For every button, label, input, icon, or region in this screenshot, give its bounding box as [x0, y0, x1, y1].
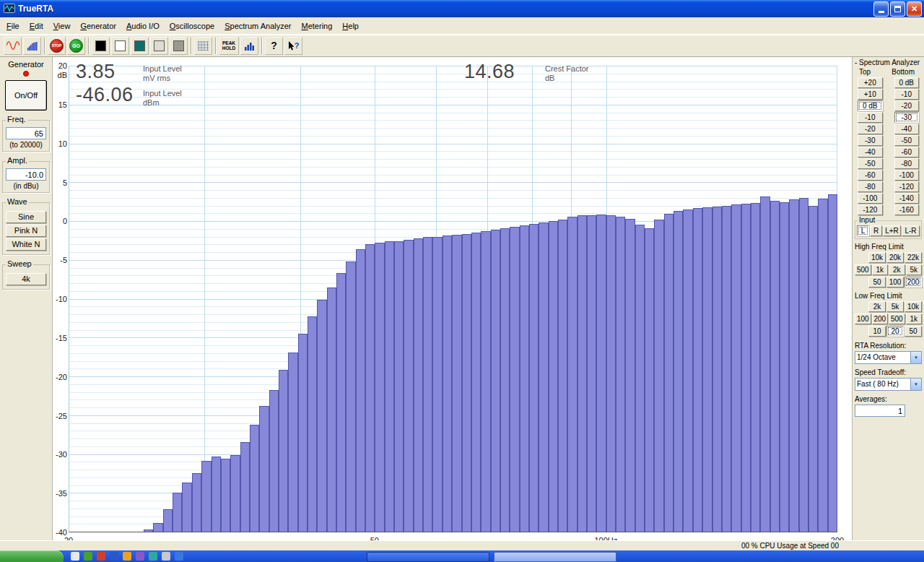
taskbar-window-button[interactable] — [367, 552, 489, 562]
menu-item-audio-i-o[interactable]: Audio I/O — [121, 20, 165, 33]
lfl-button-500[interactable]: 500 — [889, 314, 905, 324]
hfl-button-200[interactable]: 200 — [905, 277, 922, 288]
db-bottom-button--20[interactable]: -20 — [894, 100, 920, 111]
hfl-button-10k[interactable]: 10k — [868, 252, 886, 263]
db-bottom-button--140[interactable]: -140 — [894, 193, 920, 204]
grid-toggle-button[interactable] — [194, 37, 212, 55]
hfl-button-22k[interactable]: 22k — [905, 252, 922, 263]
lfl-button-10k[interactable]: 10k — [905, 301, 922, 312]
db-top-button--120[interactable]: -120 — [858, 204, 883, 215]
hfl-button-2k[interactable]: 2k — [889, 264, 905, 275]
input-channel-button-l+r[interactable]: L+R — [883, 225, 901, 236]
help-button[interactable]: ? — [265, 37, 283, 55]
db-bottom-button--160[interactable]: -160 — [894, 204, 920, 215]
quick-launch-icon[interactable] — [97, 552, 105, 561]
db-top-button--60[interactable]: -60 — [858, 170, 883, 181]
input-channel-button-l[interactable]: L — [857, 225, 869, 236]
bg-color-lightgray-button[interactable] — [150, 37, 168, 55]
menu-item-edit[interactable]: Edit — [25, 20, 48, 33]
menu-item-generator[interactable]: Generator — [75, 20, 121, 33]
quick-launch-icon[interactable] — [175, 552, 183, 561]
generator-on-off-button[interactable]: On/Off — [5, 80, 47, 111]
db-bottom-button--100[interactable]: -100 — [894, 170, 920, 181]
menu-item-metering[interactable]: Metering — [297, 20, 338, 33]
db-bottom-button--60[interactable]: -60 — [894, 147, 920, 157]
chevron-down-icon[interactable]: ▼ — [910, 352, 921, 363]
chevron-down-icon[interactable]: ▼ — [910, 379, 921, 390]
context-help-button[interactable]: ? — [284, 37, 302, 55]
db-bottom-button-0-db[interactable]: 0 dB — [894, 77, 920, 88]
bar-display-button[interactable] — [240, 37, 258, 55]
quick-launch-icon[interactable] — [110, 552, 118, 561]
db-top-button--10[interactable]: -10 — [858, 112, 883, 123]
bg-color-teal-button[interactable] — [131, 37, 149, 55]
stop-button[interactable]: STOP — [48, 37, 66, 55]
db-top-button--40[interactable]: -40 — [858, 147, 883, 157]
menu-item-view[interactable]: View — [48, 20, 76, 33]
wave-button-white-n[interactable]: White N — [6, 238, 46, 251]
db-top-button--100[interactable]: -100 — [858, 193, 883, 204]
db-bottom-button--10[interactable]: -10 — [894, 89, 920, 100]
lfl-button-2k[interactable]: 2k — [868, 301, 886, 312]
start-button[interactable] — [0, 550, 64, 562]
spectrum-analyzer-button[interactable] — [23, 37, 41, 55]
sine-generator-button[interactable] — [4, 37, 22, 55]
lfl-button-10[interactable]: 10 — [868, 326, 886, 337]
menu-item-file[interactable]: File — [1, 20, 25, 33]
sweep-button-4k[interactable]: 4k — [6, 273, 46, 285]
bg-color-gray-button[interactable] — [170, 37, 188, 55]
hfl-button-50[interactable]: 50 — [868, 277, 886, 288]
readout-unit-line: dB — [545, 74, 589, 83]
input-channel-button-r[interactable]: R — [870, 225, 882, 236]
hfl-button-500[interactable]: 500 — [855, 264, 871, 275]
db-bottom-button--50[interactable]: -50 — [894, 135, 920, 146]
db-top-button--20[interactable]: -20 — [858, 124, 883, 134]
db-top-button-+10[interactable]: +10 — [858, 89, 883, 100]
bg-color-white-button[interactable] — [111, 37, 129, 55]
menu-item-help[interactable]: Help — [337, 20, 364, 33]
lfl-button-20[interactable]: 20 — [886, 326, 904, 337]
taskbar-window-button-active[interactable] — [494, 552, 616, 562]
hfl-button-20k[interactable]: 20k — [886, 252, 904, 263]
bg-color-black-button[interactable] — [92, 37, 110, 55]
wave-button-sine[interactable]: Sine — [6, 211, 46, 223]
quick-launch-icon[interactable] — [162, 552, 170, 561]
db-top-button-0-db[interactable]: 0 dB — [858, 100, 883, 111]
lfl-button-200[interactable]: 200 — [872, 314, 889, 324]
lfl-button-5k[interactable]: 5k — [886, 301, 904, 312]
quick-launch-icon[interactable] — [136, 552, 144, 561]
freq-input[interactable] — [6, 127, 46, 139]
quick-launch-icon[interactable] — [123, 552, 131, 561]
lfl-button-1k[interactable]: 1k — [906, 314, 923, 324]
hfl-button-1k[interactable]: 1k — [872, 264, 889, 275]
input-channel-button-l-r[interactable]: L-R — [902, 225, 920, 236]
menu-item-oscilloscope[interactable]: Oscilloscope — [165, 20, 219, 33]
db-bottom-button--120[interactable]: -120 — [894, 181, 920, 192]
maximize-button[interactable] — [890, 1, 905, 17]
db-top-button-+20[interactable]: +20 — [858, 77, 883, 88]
hfl-button-100[interactable]: 100 — [886, 277, 904, 288]
rta-resolution-select[interactable]: 1/24 Octave ▼ — [855, 351, 922, 364]
go-button[interactable]: GO — [67, 37, 85, 55]
quick-launch-icon[interactable] — [149, 552, 157, 561]
db-bottom-button--40[interactable]: -40 — [894, 124, 920, 134]
peak-hold-button[interactable]: PEAK HOLD — [219, 37, 239, 55]
spectrum-bar — [818, 199, 827, 532]
db-top-button--50[interactable]: -50 — [858, 158, 883, 169]
speed-tradeoff-select[interactable]: Fast ( 80 Hz) ▼ — [855, 378, 922, 391]
lfl-button-50[interactable]: 50 — [905, 326, 922, 337]
db-bottom-button--30[interactable]: -30 — [894, 112, 920, 123]
wave-button-pink-n[interactable]: Pink N — [6, 225, 46, 237]
close-button[interactable]: ✕ — [907, 1, 922, 17]
quick-launch-icon[interactable] — [71, 552, 79, 561]
ampl-input[interactable] — [6, 168, 46, 181]
db-bottom-button--80[interactable]: -80 — [894, 158, 920, 169]
db-top-button--80[interactable]: -80 — [858, 181, 883, 192]
db-top-button--30[interactable]: -30 — [858, 135, 883, 146]
averages-input[interactable] — [855, 405, 905, 417]
hfl-button-5k[interactable]: 5k — [906, 264, 923, 275]
minimize-button[interactable] — [873, 1, 889, 17]
quick-launch-icon[interactable] — [84, 552, 92, 561]
menu-item-spectrum-analyzer[interactable]: Spectrum Analyzer — [219, 20, 296, 33]
lfl-button-100[interactable]: 100 — [855, 314, 871, 324]
